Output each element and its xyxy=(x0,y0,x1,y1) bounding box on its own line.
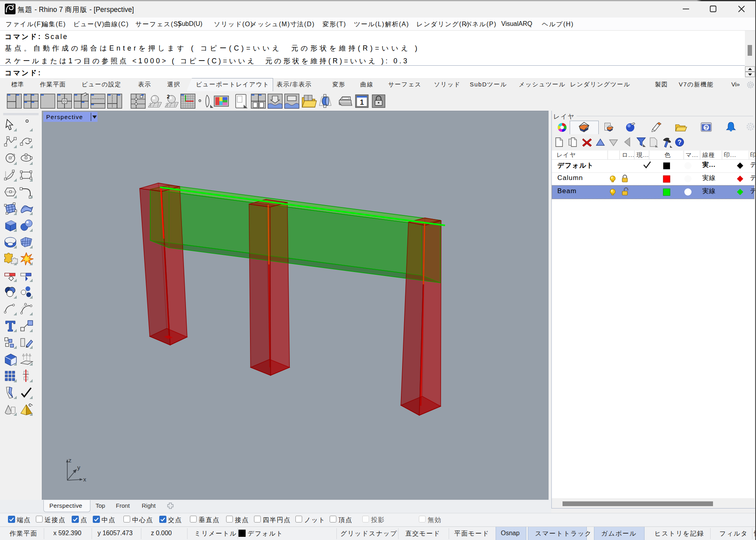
svg-text:x: x xyxy=(83,476,86,483)
svg-text:z: z xyxy=(68,457,72,464)
svg-text:7: 7 xyxy=(12,4,14,8)
svg-text:1: 1 xyxy=(360,98,364,106)
svg-text:2: 2 xyxy=(167,94,170,100)
svg-text:y: y xyxy=(77,464,80,471)
